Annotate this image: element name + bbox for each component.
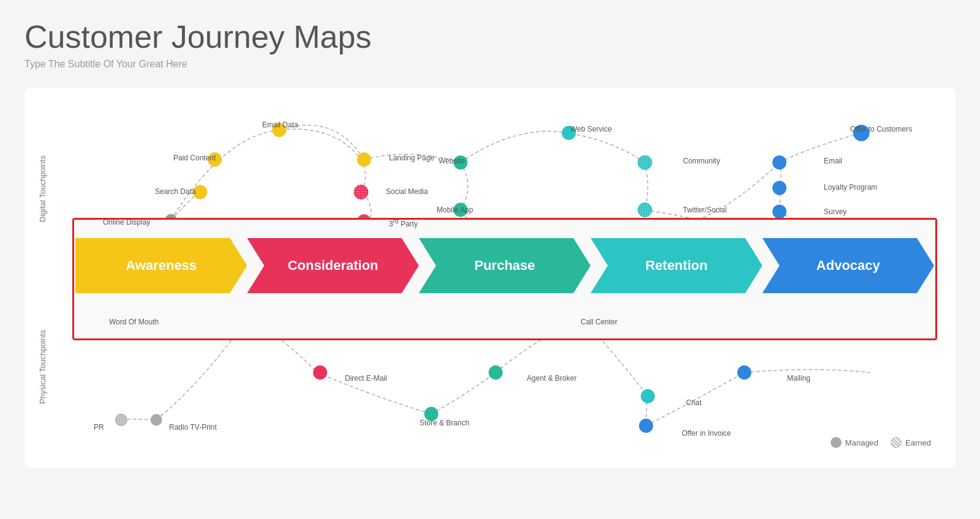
purchase-arrow: Purchase xyxy=(419,238,590,293)
label-agent-broker: Agent & Broker xyxy=(527,374,576,383)
label-3rd-party: 3rd Party xyxy=(389,218,418,228)
label-twitter-social: Twitter/Social xyxy=(683,206,726,214)
svg-point-25 xyxy=(115,414,127,425)
label-loyalty-program: Loyalty Program xyxy=(824,183,877,192)
physical-label: Physical Touchpoints xyxy=(31,278,54,455)
label-landing-page: Landing Page xyxy=(389,154,434,162)
svg-point-26 xyxy=(151,414,162,425)
awareness-arrow: Awareness xyxy=(75,238,247,293)
digital-label: Digital Touchpoints xyxy=(31,100,54,278)
svg-point-14 xyxy=(772,181,786,195)
label-paid-content: Paid Content xyxy=(173,154,216,162)
label-social-media: Social Media xyxy=(386,187,428,196)
label-email-data: Email Data xyxy=(262,121,298,129)
label-direct-email: Direct E-Mail xyxy=(345,374,387,383)
arrow-awareness: Awareness xyxy=(75,229,247,302)
side-labels: Digital Touchpoints Physical Touchpoints xyxy=(31,100,54,455)
arrows-row: Awareness Consideration Purchase Retenti… xyxy=(75,229,934,302)
label-chat: Chat xyxy=(686,398,701,407)
svg-point-23 xyxy=(641,389,655,403)
svg-point-15 xyxy=(772,204,786,218)
svg-point-5 xyxy=(354,185,368,199)
label-radio-tv-print: Radio TV-Print xyxy=(169,423,217,431)
label-offer-to-customers: Offer to Customers xyxy=(850,125,912,133)
arrow-consideration: Consideration xyxy=(247,229,418,302)
advocacy-arrow: Advocacy xyxy=(763,238,934,293)
journey-layout: Digital Touchpoints Physical Touchpoints xyxy=(31,100,943,455)
page-subtitle: Type The Subtitle Of Your Great Here xyxy=(24,59,956,70)
label-website: Website xyxy=(439,157,465,165)
consideration-arrow: Consideration xyxy=(247,238,418,293)
managed-dot xyxy=(831,437,842,448)
svg-point-2 xyxy=(357,152,371,166)
managed-label: Managed xyxy=(845,438,878,447)
label-survey: Survey xyxy=(824,207,846,216)
label-call-center: Call Center xyxy=(581,318,617,326)
label-online-display: Online Display xyxy=(103,218,150,226)
svg-point-19 xyxy=(313,365,327,379)
label-mailing: Mailing xyxy=(787,374,810,383)
arrow-purchase: Purchase xyxy=(419,229,590,302)
label-email: Email xyxy=(824,157,842,165)
label-offer-in-invoice: Offer in Invoice xyxy=(682,429,731,438)
diagram-container: Digital Touchpoints Physical Touchpoints xyxy=(24,88,956,468)
earned-dot xyxy=(891,437,902,448)
advocacy-label: Advocacy xyxy=(816,258,880,274)
arrow-advocacy: Advocacy xyxy=(763,229,934,302)
chart-area: Awareness Consideration Purchase Retenti… xyxy=(54,100,943,455)
label-word-of-mouth: Word Of Mouth xyxy=(109,318,159,326)
label-search-data: Search Data xyxy=(155,187,196,196)
purchase-label: Purchase xyxy=(474,258,535,274)
label-pr: PR xyxy=(94,423,104,431)
earned-label: Earned xyxy=(905,438,931,447)
label-community: Community xyxy=(683,157,720,165)
label-web-service: Web Service xyxy=(570,125,612,133)
legend-managed: Managed xyxy=(831,437,878,448)
svg-point-10 xyxy=(638,203,652,217)
arrow-retention: Retention xyxy=(590,229,762,302)
legend-earned: Earned xyxy=(891,437,931,448)
legend: Managed Earned xyxy=(831,437,931,448)
label-mobile-app: Mobile App xyxy=(437,206,473,214)
svg-point-20 xyxy=(489,365,503,379)
retention-arrow: Retention xyxy=(590,238,762,293)
awareness-label: Awareness xyxy=(126,258,197,274)
page-title: Customer Journey Maps xyxy=(24,18,956,55)
svg-point-24 xyxy=(639,419,653,433)
svg-point-21 xyxy=(737,365,752,379)
svg-point-13 xyxy=(772,155,786,170)
consideration-label: Consideration xyxy=(288,258,379,274)
svg-point-9 xyxy=(638,155,652,170)
label-store-branch: Store & Branch xyxy=(420,419,469,427)
retention-label: Retention xyxy=(646,258,707,274)
